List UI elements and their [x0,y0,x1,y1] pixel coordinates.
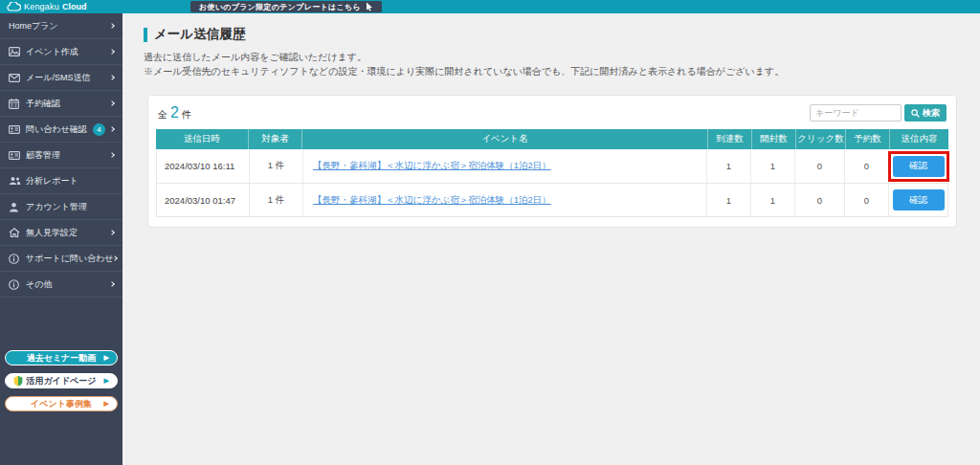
cloud-icon [7,2,21,11]
cell-event-name: 【長野・蓼科湖】＜水辺に浮かぶ宿＞宿泊体験（1泊2日） [302,184,706,216]
id-card-icon [9,125,21,134]
chevron-right-icon [109,126,115,132]
sidebar-footer-button[interactable]: イベント事例集 ▶ [5,396,118,411]
page-title-row: メール送信履歴 [144,26,980,43]
cursor-icon [366,2,373,11]
chevron-right-icon [113,255,119,261]
top-header-bar: Kengaku Cloud お使いのプラン限定のテンプレートはこちら [0,0,980,13]
search-button[interactable]: 検索 [904,104,947,122]
cell-opened-count: 1 [750,184,794,216]
chevron-right-icon [109,23,115,29]
mail-icon [9,74,21,82]
table-header-row: 送信日時 対象者 イベント名 到達数 開封数 クリック数 予約数 送信内容 [156,129,948,149]
cell-target-count: 1 件 [249,184,302,216]
notification-badge: 4 [93,123,105,136]
sidebar-item-label: 問い合わせ確認 [26,123,93,136]
count-prefix: 全 [158,108,167,122]
sidebar: Homeプラン イベント作成 メール/SMS送信 予約確認 [0,13,122,465]
column-header: 対象者 [248,129,301,149]
search-input[interactable] [810,104,902,122]
play-arrow-icon: ▶ [104,354,109,362]
column-header: イベント名 [301,129,707,149]
sidebar-item[interactable]: 分析レポート [0,168,122,194]
cell-action: 確認 [888,184,947,216]
sidebar-item-label: アカウント管理 [26,201,114,213]
sidebar-footer: 過去セミナー動画 ▶ 活用ガイドページ ▶ イベント事例集 ▶ [5,350,118,411]
users-icon [9,176,21,186]
chevron-right-icon [109,281,115,287]
sidebar-item[interactable]: サポートに問い合わせ [0,246,122,272]
sidebar-item-label: メール/SMS送信 [26,72,110,84]
sidebar-footer-button[interactable]: 過去セミナー動画 ▶ [5,350,118,365]
sidebar-item[interactable]: 顧客管理 [0,143,122,168]
sidebar-item-label: 予約確認 [26,98,110,110]
total-count: 全 2 件 [158,104,191,122]
sidebar-item-label: 顧客管理 [26,149,110,162]
sidebar-item-label: 無人見学設定 [26,227,110,239]
brand-logo[interactable]: Kengaku Cloud [7,2,86,11]
cell-reservation-count: 0 [844,149,888,183]
home-icon [9,228,21,237]
event-name-link[interactable]: 【長野・蓼科湖】＜水辺に浮かぶ宿＞宿泊体験（1泊2日） [313,194,551,207]
cell-target-count: 1 件 [249,149,302,183]
column-header: 送信内容 [889,129,948,149]
sidebar-item-label: Homeプラン [9,20,110,33]
cell-delivered-count: 1 [706,149,750,183]
chevron-right-icon [109,100,115,106]
table-row: 2024/03/10 16:11 1 件 【長野・蓼科湖】＜水辺に浮かぶ宿＞宿泊… [157,149,947,183]
sidebar-item-label: その他 [26,278,110,291]
description-line-1: 過去に送信したメール内容をご確認いただけます。 [144,50,980,64]
cell-reservation-count: 0 [844,184,888,216]
banner-label: お使いのプラン限定のテンプレートはこちら [199,2,361,12]
plan-template-banner-button[interactable]: お使いのプラン限定のテンプレートはこちら [190,1,382,12]
search-icon [911,109,920,118]
column-header: 到達数 [707,129,751,149]
sidebar-nav: Homeプラン イベント作成 メール/SMS送信 予約確認 [0,13,122,298]
confirm-button[interactable]: 確認 [893,156,945,177]
title-accent-bar [144,28,147,42]
user-icon [9,202,21,212]
table-body: 2024/03/10 16:11 1 件 【長野・蓼科湖】＜水辺に浮かぶ宿＞宿泊… [156,149,948,217]
cell-click-count: 0 [794,149,844,183]
description-line-2: ※メール受信先のセキュリティソフトなどの設定・環境により実際に開封されていない場… [144,64,980,78]
sidebar-footer-button-label: 活用ガイドページ [26,375,96,388]
page-description: 過去に送信したメール内容をご確認いただけます。 ※メール受信先のセキュリティソフ… [144,50,980,78]
sidebar-item[interactable]: Homeプラン [0,13,122,39]
cell-delivered-count: 1 [706,184,750,216]
confirm-button[interactable]: 確認 [893,189,945,210]
event-name-link[interactable]: 【長野・蓼科湖】＜水辺に浮かぶ宿＞宿泊体験（1泊2日） [313,160,551,172]
sidebar-item[interactable]: メール/SMS送信 [0,65,122,91]
cell-sent-datetime: 2024/03/10 16:11 [157,149,249,183]
main-content: メール送信履歴 過去に送信したメール内容をご確認いただけます。 ※メール受信先の… [122,13,980,465]
mail-history-card: 全 2 件 検索 送信日時 対象者 [147,95,957,228]
sidebar-item[interactable]: イベント作成 [0,39,122,65]
chevron-right-icon [109,152,115,158]
search-button-label: 検索 [923,107,940,120]
logo-text-cloud: Cloud [62,2,87,11]
logo-text-kengaku: Kengaku [24,2,59,11]
card-toolbar: 全 2 件 検索 [156,102,948,123]
sidebar-item[interactable]: その他 [0,272,122,298]
beginner-mark-icon [13,375,23,387]
sidebar-item-label: 分析レポート [26,175,114,188]
column-header: 開封数 [751,129,795,149]
info-icon [9,279,21,290]
sidebar-item[interactable]: アカウント管理 [0,194,122,220]
play-arrow-icon: ▶ [104,400,109,408]
sidebar-item[interactable]: 予約確認 [0,91,122,117]
cell-action: 確認 [888,149,947,183]
sidebar-item-label: サポートに問い合わせ [26,253,113,265]
cell-opened-count: 1 [750,149,794,183]
sidebar-footer-button-label: イベント事例集 [31,398,92,410]
calendar-icon [9,99,21,109]
sidebar-item[interactable]: 無人見学設定 [0,220,122,246]
chevron-right-icon [109,49,115,55]
sidebar-item[interactable]: 問い合わせ確認 4 [0,117,122,143]
sidebar-footer-button[interactable]: 活用ガイドページ ▶ [5,373,118,388]
id-card-icon [9,151,21,160]
table-row: 2024/03/10 01:47 1 件 【長野・蓼科湖】＜水辺に浮かぶ宿＞宿泊… [157,183,947,216]
column-header: 送信日時 [156,129,248,149]
info-icon [9,254,21,264]
cell-event-name: 【長野・蓼科湖】＜水辺に浮かぶ宿＞宿泊体験（1泊2日） [302,149,706,183]
image-icon [9,47,21,56]
